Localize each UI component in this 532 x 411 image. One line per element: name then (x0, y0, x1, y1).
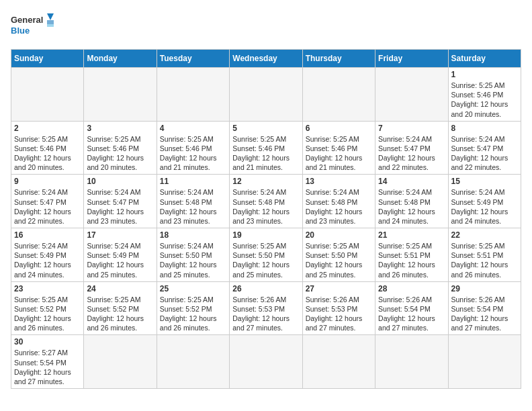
calendar-cell: 22Sunrise: 5:25 AM Sunset: 5:51 PM Dayli… (448, 228, 521, 282)
calendar-cell: 7Sunrise: 5:24 AM Sunset: 5:47 PM Daylig… (375, 121, 448, 175)
calendar-header-monday: Monday (84, 50, 157, 68)
calendar-cell: 18Sunrise: 5:24 AM Sunset: 5:50 PM Dayli… (157, 228, 229, 282)
calendar-week-2: 2Sunrise: 5:25 AM Sunset: 5:46 PM Daylig… (11, 121, 521, 175)
calendar-week-1: 1Sunrise: 5:25 AM Sunset: 5:46 PM Daylig… (11, 68, 521, 122)
calendar-cell (84, 68, 157, 122)
calendar-header-row: SundayMondayTuesdayWednesdayThursdayFrid… (11, 50, 521, 68)
day-info: Sunrise: 5:25 AM Sunset: 5:52 PM Dayligh… (14, 295, 81, 333)
calendar-table: SundayMondayTuesdayWednesdayThursdayFrid… (11, 49, 521, 389)
day-info: Sunrise: 5:26 AM Sunset: 5:53 PM Dayligh… (232, 295, 299, 333)
calendar-cell: 17Sunrise: 5:24 AM Sunset: 5:49 PM Dayli… (84, 228, 157, 282)
day-info: Sunrise: 5:25 AM Sunset: 5:50 PM Dayligh… (306, 241, 372, 279)
day-number: 20 (306, 230, 372, 240)
day-info: Sunrise: 5:25 AM Sunset: 5:46 PM Dayligh… (87, 134, 153, 173)
day-info: Sunrise: 5:24 AM Sunset: 5:47 PM Dayligh… (451, 134, 518, 173)
calendar-cell: 6Sunrise: 5:25 AM Sunset: 5:46 PM Daylig… (302, 121, 375, 175)
day-number: 23 (14, 284, 81, 293)
calendar-cell: 1Sunrise: 5:25 AM Sunset: 5:46 PM Daylig… (448, 68, 521, 122)
day-info: Sunrise: 5:24 AM Sunset: 5:47 PM Dayligh… (14, 187, 81, 226)
calendar-cell (302, 68, 375, 122)
day-info: Sunrise: 5:25 AM Sunset: 5:46 PM Dayligh… (232, 134, 299, 173)
day-number: 13 (306, 177, 372, 186)
calendar-cell: 3Sunrise: 5:25 AM Sunset: 5:46 PM Daylig… (84, 121, 157, 175)
calendar-cell: 20Sunrise: 5:25 AM Sunset: 5:50 PM Dayli… (302, 228, 375, 282)
svg-marker-2 (47, 13, 54, 20)
calendar-cell: 26Sunrise: 5:26 AM Sunset: 5:53 PM Dayli… (230, 281, 302, 335)
calendar-cell: 29Sunrise: 5:26 AM Sunset: 5:54 PM Dayli… (448, 281, 521, 335)
day-number: 26 (232, 284, 299, 293)
calendar-cell (157, 68, 229, 122)
calendar-header-tuesday: Tuesday (157, 50, 229, 68)
svg-text:General: General (11, 15, 43, 25)
day-number: 3 (87, 124, 153, 133)
svg-text:Blue: Blue (11, 26, 30, 36)
day-number: 25 (160, 284, 226, 293)
day-info: Sunrise: 5:25 AM Sunset: 5:46 PM Dayligh… (451, 81, 518, 119)
calendar-cell: 23Sunrise: 5:25 AM Sunset: 5:52 PM Dayli… (11, 281, 84, 335)
day-info: Sunrise: 5:25 AM Sunset: 5:46 PM Dayligh… (306, 134, 372, 173)
day-number: 18 (160, 230, 226, 240)
calendar-header-thursday: Thursday (302, 50, 375, 68)
calendar-header-friday: Friday (375, 50, 448, 68)
day-info: Sunrise: 5:24 AM Sunset: 5:48 PM Dayligh… (232, 187, 299, 226)
day-number: 5 (232, 124, 299, 133)
calendar-cell: 13Sunrise: 5:24 AM Sunset: 5:48 PM Dayli… (302, 175, 375, 228)
day-number: 7 (378, 124, 445, 133)
calendar-cell: 16Sunrise: 5:24 AM Sunset: 5:49 PM Dayli… (11, 228, 84, 282)
calendar-cell: 27Sunrise: 5:26 AM Sunset: 5:53 PM Dayli… (302, 281, 375, 335)
calendar-cell (11, 68, 84, 122)
day-number: 16 (14, 230, 81, 240)
day-number: 17 (87, 230, 153, 240)
day-info: Sunrise: 5:25 AM Sunset: 5:50 PM Dayligh… (232, 241, 299, 279)
day-info: Sunrise: 5:25 AM Sunset: 5:51 PM Dayligh… (378, 241, 445, 279)
day-number: 2 (14, 124, 81, 133)
calendar-cell: 14Sunrise: 5:24 AM Sunset: 5:48 PM Dayli… (375, 175, 448, 228)
calendar-cell: 19Sunrise: 5:25 AM Sunset: 5:50 PM Dayli… (230, 228, 302, 282)
day-number: 12 (232, 177, 299, 186)
day-number: 11 (160, 177, 226, 186)
calendar-header-saturday: Saturday (448, 50, 521, 68)
logo: General Blue (11, 11, 58, 41)
day-info: Sunrise: 5:25 AM Sunset: 5:51 PM Dayligh… (451, 241, 518, 279)
page-header: General Blue (11, 11, 521, 41)
day-info: Sunrise: 5:25 AM Sunset: 5:52 PM Dayligh… (87, 295, 153, 333)
calendar-cell: 8Sunrise: 5:24 AM Sunset: 5:47 PM Daylig… (448, 121, 521, 175)
calendar-cell: 21Sunrise: 5:25 AM Sunset: 5:51 PM Dayli… (375, 228, 448, 282)
day-number: 29 (451, 284, 518, 293)
day-info: Sunrise: 5:24 AM Sunset: 5:48 PM Dayligh… (306, 187, 372, 226)
calendar-cell: 5Sunrise: 5:25 AM Sunset: 5:46 PM Daylig… (230, 121, 302, 175)
logo-icon: General Blue (11, 11, 58, 41)
calendar-header-wednesday: Wednesday (230, 50, 302, 68)
day-info: Sunrise: 5:26 AM Sunset: 5:53 PM Dayligh… (306, 295, 372, 333)
calendar-cell (230, 68, 302, 122)
day-info: Sunrise: 5:27 AM Sunset: 5:54 PM Dayligh… (14, 348, 81, 386)
day-number: 8 (451, 124, 518, 133)
day-info: Sunrise: 5:24 AM Sunset: 5:47 PM Dayligh… (87, 187, 153, 226)
day-info: Sunrise: 5:24 AM Sunset: 5:50 PM Dayligh… (160, 241, 226, 279)
calendar-cell (84, 335, 157, 389)
day-number: 1 (451, 70, 518, 79)
day-number: 21 (378, 230, 445, 240)
day-info: Sunrise: 5:25 AM Sunset: 5:46 PM Dayligh… (14, 134, 81, 173)
calendar-cell: 9Sunrise: 5:24 AM Sunset: 5:47 PM Daylig… (11, 175, 84, 228)
day-number: 30 (14, 337, 81, 347)
day-number: 6 (306, 124, 372, 133)
calendar-cell: 11Sunrise: 5:24 AM Sunset: 5:48 PM Dayli… (157, 175, 229, 228)
day-info: Sunrise: 5:24 AM Sunset: 5:47 PM Dayligh… (378, 134, 445, 173)
calendar-cell: 25Sunrise: 5:25 AM Sunset: 5:52 PM Dayli… (157, 281, 229, 335)
day-number: 27 (306, 284, 372, 293)
calendar-week-6: 30Sunrise: 5:27 AM Sunset: 5:54 PM Dayli… (11, 335, 521, 389)
calendar-cell (157, 335, 229, 389)
day-number: 15 (451, 177, 518, 186)
svg-rect-4 (47, 24, 54, 27)
day-number: 22 (451, 230, 518, 240)
calendar-cell (375, 68, 448, 122)
day-number: 14 (378, 177, 445, 186)
day-info: Sunrise: 5:24 AM Sunset: 5:49 PM Dayligh… (451, 187, 518, 226)
day-info: Sunrise: 5:24 AM Sunset: 5:48 PM Dayligh… (160, 187, 226, 226)
day-number: 24 (87, 284, 153, 293)
day-info: Sunrise: 5:25 AM Sunset: 5:52 PM Dayligh… (160, 295, 226, 333)
calendar-cell (448, 335, 521, 389)
calendar-cell (375, 335, 448, 389)
calendar-cell: 24Sunrise: 5:25 AM Sunset: 5:52 PM Dayli… (84, 281, 157, 335)
